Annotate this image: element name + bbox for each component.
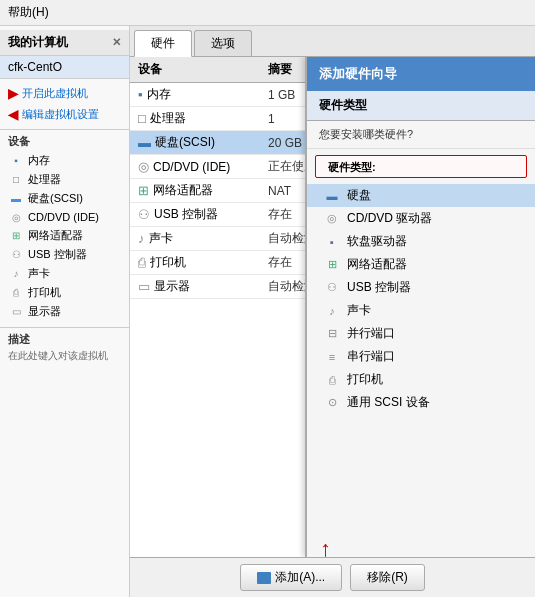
arrow-icon-start: ▶ xyxy=(8,86,18,101)
sidebar-item-display[interactable]: ▭ 显示器 xyxy=(0,302,129,321)
sidebar-item-sound[interactable]: ♪ 声卡 xyxy=(0,264,129,283)
wizard-sound-icon: ♪ xyxy=(323,303,341,319)
sidebar-close-btn[interactable]: ✕ xyxy=(112,36,121,49)
content-area: 我的计算机 ✕ cfk-CentO ▶ 开启此虚拟机 ◀ 编辑虚拟机设置 设备 … xyxy=(0,26,535,597)
wizard-description: 您要安装哪类硬件? xyxy=(307,121,535,149)
main-panel: 硬件 选项 设备 摘要 ▪ 内存 1 GB xyxy=(130,26,535,597)
row-device-printer: ⎙ 打印机 xyxy=(138,254,268,271)
wizard-section-title: 硬件类型 xyxy=(307,91,535,121)
wizard-hw-type-label: 硬件类型: xyxy=(315,155,527,178)
wizard-item-cdrom[interactable]: ◎ CD/DVD 驱动器 xyxy=(307,207,535,230)
cdrom-icon: ◎ xyxy=(8,210,24,224)
sidebar-item-usb[interactable]: ⚇ USB 控制器 xyxy=(0,245,129,264)
sidebar-item-disk-scsi[interactable]: ▬ 硬盘(SCSI) xyxy=(0,189,129,208)
wizard-item-scsi[interactable]: ⊙ 通用 SCSI 设备 xyxy=(307,391,535,414)
wizard-net-icon: ⊞ xyxy=(323,257,341,273)
wizard-item-network[interactable]: ⊞ 网络适配器 xyxy=(307,253,535,276)
row-device-sound: ♪ 声卡 xyxy=(138,230,268,247)
main-window: 帮助(H) 我的计算机 ✕ cfk-CentO ▶ 开启此虚拟机 ◀ 编辑虚拟机… xyxy=(0,0,535,597)
wizard-item-sound[interactable]: ♪ 声卡 xyxy=(307,299,535,322)
sidebar-desc-label: 描述 xyxy=(8,332,121,347)
tabs-bar: 硬件 选项 xyxy=(130,26,535,57)
row-cdrom-icon: ◎ xyxy=(138,159,149,174)
sidebar: 我的计算机 ✕ cfk-CentO ▶ 开启此虚拟机 ◀ 编辑虚拟机设置 设备 … xyxy=(0,26,130,597)
wizard-cdrom-icon: ◎ xyxy=(323,211,341,227)
row-net-icon: ⊞ xyxy=(138,183,149,198)
sidebar-title: 我的计算机 ✕ xyxy=(0,30,129,56)
wizard-item-usb[interactable]: ⚇ USB 控制器 xyxy=(307,276,535,299)
disk-icon: ▬ xyxy=(8,192,24,206)
row-device-memory: ▪ 内存 xyxy=(138,86,268,103)
row-mem-icon: ▪ xyxy=(138,87,143,102)
wizard-item-printer[interactable]: ⎙ 打印机 xyxy=(307,368,535,391)
bottom-bar: ↑ 添加(A)... 移除(R) xyxy=(130,557,535,597)
sidebar-desc-text: 在此处键入对该虚拟机 xyxy=(8,349,121,363)
sidebar-section-label: 设备 xyxy=(0,130,129,151)
sidebar-action-edit[interactable]: ◀ 编辑虚拟机设置 xyxy=(0,104,129,125)
tab-options[interactable]: 选项 xyxy=(194,30,252,56)
wizard-item-floppy[interactable]: ▪ 软盘驱动器 xyxy=(307,230,535,253)
arrow-icon-edit: ◀ xyxy=(8,107,18,122)
sidebar-item-network[interactable]: ⊞ 网络适配器 xyxy=(0,226,129,245)
sidebar-item-cpu[interactable]: □ 处理器 xyxy=(0,170,129,189)
menu-bar: 帮助(H) xyxy=(0,0,535,26)
print-icon: ⎙ xyxy=(8,286,24,300)
usb-icon: ⚇ xyxy=(8,248,24,262)
row-cpu-icon: □ xyxy=(138,111,146,126)
row-disk-icon: ▬ xyxy=(138,135,151,150)
sidebar-action-start[interactable]: ▶ 开启此虚拟机 xyxy=(0,83,129,104)
wizard-hw-list: ▬ 硬盘 ◎ CD/DVD 驱动器 ▪ 软盘驱动器 xyxy=(307,180,535,557)
wizard-print-icon: ⎙ xyxy=(323,372,341,388)
remove-button[interactable]: 移除(R) xyxy=(350,564,425,591)
red-arrow-add: ↑ xyxy=(320,536,331,562)
tab-hardware[interactable]: 硬件 xyxy=(134,30,192,57)
row-print-icon: ⎙ xyxy=(138,255,146,270)
sidebar-actions: ▶ 开启此虚拟机 ◀ 编辑虚拟机设置 xyxy=(0,79,129,130)
wizard-scsi-icon: ⊙ xyxy=(323,395,341,411)
sound-icon: ♪ xyxy=(8,267,24,281)
hw-table-area: 设备 摘要 ▪ 内存 1 GB □ xyxy=(130,57,535,557)
wizard-header: 添加硬件向导 xyxy=(307,57,535,91)
wizard-serial-icon: ≡ xyxy=(323,349,341,365)
row-sound-icon: ♪ xyxy=(138,231,145,246)
sidebar-desc: 描述 在此处键入对该虚拟机 xyxy=(0,327,129,367)
row-device-network: ⊞ 网络适配器 xyxy=(138,182,268,199)
wizard-item-serial[interactable]: ≡ 串行端口 xyxy=(307,345,535,368)
row-device-cpu: □ 处理器 xyxy=(138,110,268,127)
display-icon: ▭ xyxy=(8,305,24,319)
row-display-icon: ▭ xyxy=(138,279,150,294)
menu-help[interactable]: 帮助(H) xyxy=(4,2,53,23)
wizard-usb-icon: ⚇ xyxy=(323,280,341,296)
net-icon: ⊞ xyxy=(8,229,24,243)
col-device-header: 设备 xyxy=(138,61,268,78)
cpu-icon: □ xyxy=(8,173,24,187)
sidebar-item-printer[interactable]: ⎙ 打印机 xyxy=(0,283,129,302)
sidebar-item-cdrom[interactable]: ◎ CD/DVD (IDE) xyxy=(0,208,129,226)
wizard-item-disk[interactable]: ▬ 硬盘 xyxy=(307,184,535,207)
wizard-disk-icon: ▬ xyxy=(323,188,341,204)
mem-icon: ▪ xyxy=(8,154,24,168)
row-device-disk: ▬ 硬盘(SCSI) xyxy=(138,134,268,151)
sidebar-vm-name: cfk-CentO xyxy=(0,56,129,79)
wizard-parallel-icon: ⊟ xyxy=(323,326,341,342)
wizard-floppy-icon: ▪ xyxy=(323,234,341,250)
wizard-panel: 添加硬件向导 硬件类型 您要安装哪类硬件? 硬件类型: ▬ 硬盘 ◎ CD xyxy=(305,57,535,557)
row-device-display: ▭ 显示器 xyxy=(138,278,268,295)
add-btn-icon xyxy=(257,572,271,584)
row-usb-icon: ⚇ xyxy=(138,207,150,222)
wizard-item-parallel[interactable]: ⊟ 并行端口 xyxy=(307,322,535,345)
row-device-usb: ⚇ USB 控制器 xyxy=(138,206,268,223)
row-device-cdrom: ◎ CD/DVD (IDE) xyxy=(138,159,268,174)
sidebar-item-memory[interactable]: ▪ 内存 xyxy=(0,151,129,170)
add-button[interactable]: 添加(A)... xyxy=(240,564,342,591)
